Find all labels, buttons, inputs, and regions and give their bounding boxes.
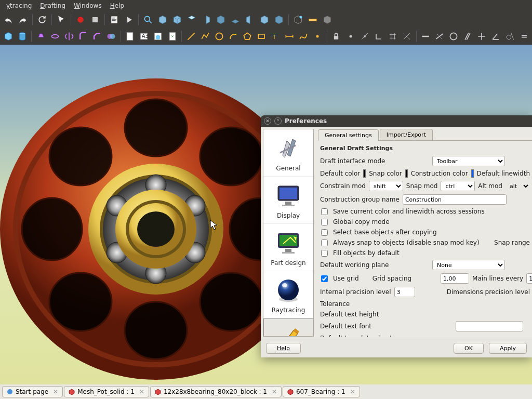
close-tab-icon[interactable]: ✕ [350,388,355,395]
select-snap-mod[interactable]: ctrl [441,181,475,191]
draft-text-icon[interactable]: T [270,30,282,43]
constrain-ang-icon[interactable] [490,30,502,43]
fillet-icon[interactable] [77,30,89,43]
script-icon[interactable] [108,14,121,26]
cat-display[interactable]: Display [263,177,313,224]
input-txt-font[interactable] [456,321,523,331]
page-icon[interactable] [124,30,136,43]
draft-line-icon[interactable] [185,30,197,43]
ok-button[interactable]: OK [454,343,484,354]
mirror-icon[interactable] [63,30,75,43]
dialog-titlebar[interactable]: ✕ ⌃ Preferences [261,115,532,127]
help-button[interactable]: Help [266,343,301,354]
category-list[interactable]: General Display Part design Raytracing D… [263,129,314,337]
measure-icon[interactable] [307,14,319,26]
cat-raytracing[interactable]: Raytracing [263,271,313,318]
close-tab-icon[interactable]: ✕ [272,388,277,395]
chamfer-icon[interactable] [91,30,103,43]
revolve-icon[interactable] [49,30,61,43]
cube-iso-icon[interactable] [156,14,169,26]
play-icon[interactable] [123,14,135,26]
view-in-page-icon[interactable] [152,30,164,43]
lock-icon[interactable] [330,30,342,43]
record-icon[interactable] [74,14,87,26]
cb-global-copy[interactable] [321,219,328,225]
select-work-plane[interactable]: None [432,260,505,270]
close-tab-icon[interactable]: ✕ [139,388,144,395]
cube-right-icon[interactable] [200,14,212,26]
menu-help[interactable]: Help [106,1,128,10]
cube-bottom-icon[interactable] [229,14,242,26]
tab-general-settings[interactable]: General settings [318,129,379,141]
tab-import-export[interactable]: Import/Export [380,129,433,140]
boolean-icon[interactable] [105,30,117,43]
swatch-snap-color[interactable] [405,169,408,178]
zoom-fit-icon[interactable] [142,14,154,26]
stop-icon[interactable] [89,14,101,26]
select-constrain-mod[interactable]: shift [369,181,403,191]
cat-partdesign[interactable]: Part design [263,224,313,271]
refresh-icon[interactable] [36,14,48,26]
draft-rect-icon[interactable] [256,30,268,43]
snap-end-icon[interactable] [344,30,356,43]
cube-axo1-icon[interactable] [258,14,271,26]
collapse-icon[interactable]: ⌃ [274,117,282,125]
constrain-perp2-icon[interactable] [476,30,488,43]
swatch-constr-color[interactable] [471,169,474,178]
constrain-h-icon[interactable] [419,30,431,43]
shape-cyl-icon[interactable] [16,30,28,43]
extrude-icon[interactable] [35,30,47,43]
menu-drafting[interactable]: Drafting [36,1,70,10]
input-grid-spacing[interactable] [441,273,469,284]
cube-rear-icon[interactable] [215,14,227,26]
doctab-bearing-block[interactable]: 12x28x8bearing_80x20_block : 1✕ [150,386,282,397]
shape-cube-icon[interactable] [2,30,14,43]
cursor-icon[interactable] [55,14,68,26]
cube-axo2-icon[interactable] [273,14,285,26]
constrain-dim-icon[interactable] [434,30,446,43]
cat-draft[interactable]: Draft [263,318,313,337]
doctab-mesh[interactable]: Mesh_Pot_solid : 1✕ [64,386,149,397]
menu-windows[interactable]: Windows [70,1,106,10]
constrain-circ-icon[interactable] [448,30,460,43]
part-icon[interactable] [292,14,304,26]
cube-left-icon[interactable] [244,14,256,26]
draft-circle-icon[interactable] [213,30,225,43]
undo-icon[interactable] [2,14,15,26]
draft-polygon-icon[interactable] [241,30,253,43]
apply-button[interactable]: Apply [489,343,527,354]
cube-front-icon[interactable] [171,14,183,26]
swatch-default-color[interactable] [363,169,366,178]
draft-arc-icon[interactable] [227,30,239,43]
doctab-607-bearing[interactable]: 607_Bearing : 1✕ [283,386,360,397]
menu-raytracing[interactable]: ytracing [2,1,36,10]
constrain-eq-icon[interactable] [518,30,530,43]
constrain-par-icon[interactable] [462,30,474,43]
cb-use-grid[interactable] [321,275,328,282]
viewport-3d[interactable]: ✕ ⌃ Preferences General Display Part des… [0,45,532,384]
select-alt-mod[interactable]: alt [506,181,530,191]
doctab-start[interactable]: Start page✕ [2,386,63,397]
snap-perp-icon[interactable] [373,30,384,43]
cube-top-icon[interactable] [185,14,198,26]
export-page-icon[interactable] [166,30,178,43]
input-int-prec[interactable] [394,287,415,297]
draft-wire-icon[interactable] [199,30,211,43]
draft-bspline-icon[interactable] [298,30,310,43]
snap-grid-icon[interactable] [387,30,398,43]
appearance-icon[interactable] [321,14,334,26]
redo-icon[interactable] [17,14,29,26]
cb-select-base[interactable] [321,229,328,236]
constrain-tan-icon[interactable] [504,30,516,43]
draft-point-icon[interactable] [312,30,324,43]
input-main-lines[interactable] [526,273,532,284]
cb-always-snap[interactable] [321,240,328,246]
cb-save-color[interactable] [321,208,328,215]
draft-dim-icon[interactable] [284,30,296,43]
page-a3-icon[interactable]: A3 [138,30,150,43]
close-icon[interactable]: ✕ [264,117,271,125]
cat-general[interactable]: General [263,129,313,177]
close-tab-icon[interactable]: ✕ [53,388,58,395]
cb-fill-objects[interactable] [321,250,328,257]
snap-mid-icon[interactable] [358,30,370,43]
